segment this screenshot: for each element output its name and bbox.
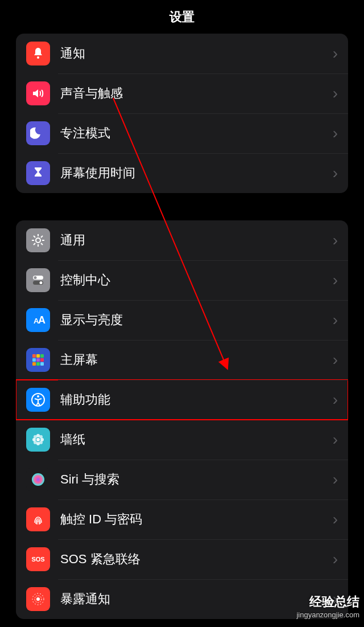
svg-point-18	[37, 395, 39, 397]
svg-point-19	[36, 438, 40, 441]
svg-point-3	[34, 276, 37, 279]
chevron-right-icon: ›	[333, 550, 338, 568]
page-header: 设置	[0, 0, 364, 34]
settings-row-label: SOS 紧急联络	[60, 551, 333, 568]
settings-row-home-screen[interactable]: 主屏幕›	[16, 340, 348, 380]
svg-point-25	[39, 435, 43, 439]
svg-point-24	[34, 435, 37, 439]
gear-icon	[26, 228, 50, 252]
chevron-right-icon: ›	[333, 84, 338, 103]
svg-rect-13	[40, 358, 44, 362]
settings-row-label: 显示与亮度	[60, 312, 333, 329]
settings-row-label: 专注模式	[60, 125, 333, 142]
svg-text:A: A	[38, 314, 46, 326]
svg-rect-16	[40, 362, 44, 366]
bell-icon	[26, 42, 50, 65]
chevron-right-icon: ›	[333, 124, 338, 142]
page-title: 设置	[169, 9, 195, 26]
hourglass-icon	[26, 161, 50, 185]
watermark-text: 经验总结	[296, 593, 359, 610]
svg-rect-11	[32, 358, 36, 362]
settings-row-notifications[interactable]: 通知›	[16, 34, 348, 73]
sos-icon: SOS	[26, 547, 50, 571]
settings-row-wallpaper[interactable]: 墙纸›	[16, 420, 348, 460]
settings-row-label: 触控 ID 与密码	[60, 511, 333, 528]
watermark: 经验总结 jingyanzongjie.com	[296, 593, 359, 619]
settings-row-label: 通知	[60, 45, 333, 62]
settings-group: 通知›声音与触感›专注模式›屏幕使用时间›	[16, 34, 348, 193]
svg-point-28	[32, 473, 44, 486]
switches-icon	[26, 268, 50, 292]
chevron-right-icon: ›	[333, 510, 338, 528]
settings-row-label: 主屏幕	[60, 351, 333, 368]
settings-row-sos[interactable]: SOSSOS 紧急联络›	[16, 539, 348, 579]
settings-row-label: 墙纸	[60, 431, 333, 448]
speaker-icon	[26, 81, 50, 105]
moon-icon	[26, 121, 50, 145]
text-size-icon: AA	[26, 308, 50, 332]
settings-row-label: 暴露通知	[60, 591, 333, 608]
settings-row-siri[interactable]: Siri 与搜索›	[16, 460, 348, 499]
settings-row-focus[interactable]: 专注模式›	[16, 113, 348, 153]
svg-point-5	[40, 281, 43, 284]
svg-point-26	[34, 441, 37, 444]
siri-icon	[26, 468, 50, 491]
settings-row-control-center[interactable]: 控制中心›	[16, 260, 348, 300]
settings-row-label: 屏幕使用时间	[60, 165, 333, 182]
chevron-right-icon: ›	[333, 431, 338, 449]
chevron-right-icon: ›	[333, 391, 338, 409]
flower-icon	[26, 428, 50, 452]
chevron-right-icon: ›	[333, 311, 338, 329]
settings-row-label: 控制中心	[60, 272, 333, 289]
svg-rect-10	[40, 354, 44, 358]
svg-rect-12	[36, 358, 40, 362]
settings-row-label: 声音与触感	[60, 85, 333, 102]
chevron-right-icon: ›	[333, 351, 338, 369]
settings-row-accessibility[interactable]: 辅助功能›	[16, 380, 348, 420]
watermark-url: jingyanzongjie.com	[296, 610, 359, 619]
settings-row-display[interactable]: AA显示与亮度›	[16, 300, 348, 340]
svg-point-1	[36, 238, 40, 243]
accessibility-icon	[26, 388, 50, 412]
apps-grid-icon	[26, 348, 50, 372]
exposure-icon	[26, 587, 50, 611]
settings-row-label: Siri 与搜索	[60, 471, 333, 488]
settings-row-label: 辅助功能	[60, 391, 333, 408]
svg-text:SOS: SOS	[31, 556, 44, 563]
svg-point-27	[39, 441, 43, 444]
chevron-right-icon: ›	[333, 231, 338, 249]
settings-row-screen-time[interactable]: 屏幕使用时间›	[16, 153, 348, 193]
svg-rect-8	[32, 354, 36, 358]
chevron-right-icon: ›	[333, 271, 338, 289]
svg-rect-9	[36, 354, 40, 358]
fingerprint-icon	[26, 507, 50, 531]
svg-rect-14	[32, 362, 36, 366]
svg-rect-15	[36, 362, 40, 366]
svg-point-0	[37, 56, 39, 59]
chevron-right-icon: ›	[333, 470, 338, 489]
settings-row-touchid[interactable]: 触控 ID 与密码›	[16, 499, 348, 539]
svg-point-30	[36, 597, 40, 601]
chevron-right-icon: ›	[333, 44, 338, 63]
settings-row-general[interactable]: 通用›	[16, 220, 348, 260]
settings-row-sounds[interactable]: 声音与触感›	[16, 73, 348, 113]
chevron-right-icon: ›	[333, 164, 338, 182]
settings-group: 通用›控制中心›AA显示与亮度›主屏幕›辅助功能›墙纸›Siri 与搜索›触控 …	[16, 220, 348, 619]
settings-row-label: 通用	[60, 232, 333, 249]
